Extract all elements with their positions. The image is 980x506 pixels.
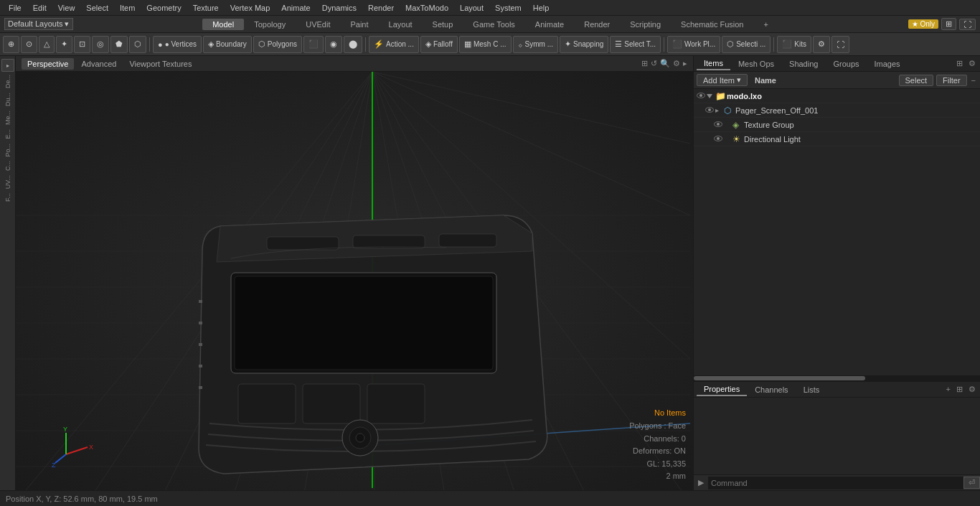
tab-plus[interactable]: + — [754, 19, 778, 30]
expand-pager[interactable]: ▸ — [715, 106, 724, 114]
eye-icon-modo[interactable] — [697, 92, 707, 100]
eye-icon-pager[interactable] — [705, 106, 715, 114]
viewport[interactable]: Perspective Advanced Viewport Textures ⊞… — [16, 56, 693, 490]
add-item-btn[interactable]: Add Item ▾ — [697, 74, 748, 86]
mode2-btn[interactable]: ◉ — [325, 36, 342, 53]
tab-setup[interactable]: Setup — [423, 19, 463, 30]
item-row-modo-lxo[interactable]: 📁 modo.lxo — [694, 89, 980, 103]
transform-tool-btn[interactable]: ⊕ — [3, 36, 19, 53]
eye-icon-light[interactable] — [714, 135, 724, 143]
render2-btn[interactable]: ⛶ — [831, 36, 849, 53]
menu-view[interactable]: View — [52, 2, 81, 14]
action2-btn[interactable]: ✦ — [56, 36, 72, 53]
mode3-btn[interactable]: ⬤ — [344, 36, 362, 53]
sidebar-label-default[interactable]: De... — [4, 73, 11, 90]
menu-render[interactable]: Render — [362, 2, 400, 14]
sidebar-label-e[interactable]: E... — [4, 128, 11, 141]
eye-icon-texture[interactable] — [714, 121, 724, 128]
props-tab-channels[interactable]: Channels — [748, 384, 795, 395]
vp-zoom-icon[interactable]: 🔍 — [660, 59, 670, 68]
workplane-btn[interactable]: ⬛ Work Pl... — [667, 36, 720, 53]
vp-rotate-icon[interactable]: ↺ — [651, 59, 657, 68]
vp-settings-icon[interactable]: ⚙ — [673, 59, 680, 68]
tab-schematic[interactable]: Schematic Fusion — [671, 19, 753, 30]
render1-btn[interactable]: ⚙ — [813, 36, 830, 53]
props-expand-icon[interactable]: ⊞ — [955, 383, 964, 395]
rotate-btn[interactable]: ◎ — [92, 36, 109, 53]
tab-gametools[interactable]: Game Tools — [463, 19, 525, 30]
scrollbar-thumb[interactable] — [694, 376, 865, 380]
item-row-pager[interactable]: ▸ ⬡ Pager_Screen_Off_001 — [694, 103, 980, 118]
sidebar-btn-1[interactable]: ▸ — [1, 59, 14, 72]
items-settings-icon[interactable]: ⚙ — [967, 57, 977, 70]
tab-layout[interactable]: Layout — [379, 19, 423, 30]
mesh-tool-btn[interactable]: ▦ Mesh C ... — [459, 36, 512, 53]
action-tool-btn[interactable]: ⚡ Action ... — [369, 36, 419, 53]
items-tab-groups[interactable]: Groups — [826, 58, 866, 70]
items-minus-icon[interactable]: − — [970, 75, 977, 86]
menu-system[interactable]: System — [489, 2, 527, 14]
command-enter-btn[interactable]: ⏎ — [963, 477, 980, 489]
tab-animate[interactable]: Animate — [525, 19, 574, 30]
sidebar-label-uv[interactable]: UV... — [4, 174, 11, 190]
layouts-dropdown[interactable]: Default Layouts ▾ — [4, 18, 73, 30]
menu-item[interactable]: Item — [114, 2, 141, 14]
boundary-btn[interactable]: ◈ Boundary — [203, 36, 252, 53]
props-plus-icon[interactable]: + — [945, 383, 952, 395]
menu-vertexmap[interactable]: Vertex Map — [225, 2, 276, 14]
scale-btn[interactable]: ⬟ — [110, 36, 128, 53]
sidebar-label-poly[interactable]: Po... — [4, 142, 11, 159]
items-tab-meshops[interactable]: Mesh Ops — [731, 58, 781, 70]
sidebar-label-f[interactable]: F... — [4, 192, 11, 203]
expand-icon-btn[interactable]: ⛶ — [959, 19, 976, 30]
tab-uvedit[interactable]: UVEdit — [296, 19, 340, 30]
vp-tab-advanced[interactable]: Advanced — [75, 58, 122, 70]
menu-maxtomodo[interactable]: MaxToModo — [400, 2, 454, 14]
vp-tab-textures[interactable]: Viewport Textures — [123, 58, 197, 70]
tab-scripting[interactable]: Scripting — [620, 19, 671, 30]
vp-grid-icon[interactable]: ⊞ — [641, 59, 648, 68]
tab-topology[interactable]: Topology — [244, 19, 296, 30]
props-tab-properties[interactable]: Properties — [697, 383, 747, 396]
menu-texture[interactable]: Texture — [187, 2, 225, 14]
props-settings-icon[interactable]: ⚙ — [967, 383, 977, 395]
tab-model[interactable]: Model — [202, 19, 244, 30]
menu-geometry[interactable]: Geometry — [141, 2, 187, 14]
selection-btn[interactable]: ⬡ Selecti ... — [722, 36, 771, 53]
sidebar-label-c[interactable]: C... — [4, 159, 11, 172]
grid-icon-btn[interactable]: ⊞ — [941, 18, 956, 30]
item-row-texture[interactable]: ◈ Texture Group — [694, 118, 980, 132]
tab-paint[interactable]: Paint — [340, 19, 378, 30]
poly-btn[interactable]: ⬡ — [129, 36, 146, 53]
sidebar-label-mesh[interactable]: Me... — [4, 109, 11, 126]
snapping-tool-btn[interactable]: ✦ Snapping — [560, 36, 608, 53]
vp-play-icon[interactable]: ▸ — [683, 59, 687, 68]
items-tab-images[interactable]: Images — [867, 58, 908, 70]
menu-select[interactable]: Select — [80, 2, 114, 14]
select-mode-btn[interactable]: ⊙ — [21, 36, 37, 53]
vp-tab-perspective[interactable]: Perspective — [22, 58, 74, 70]
polygons-btn[interactable]: ⬡ Polygons — [253, 36, 302, 53]
expand-modo[interactable] — [707, 92, 715, 100]
viewport-canvas[interactable]: No Items Polygons : Face Channels: 0 Def… — [16, 72, 693, 490]
symmetry-tool-btn[interactable]: ⬦ Symm ... — [513, 36, 558, 53]
menu-animate[interactable]: Animate — [275, 2, 316, 14]
kits-btn[interactable]: ⬛ Kits — [777, 36, 811, 53]
menu-layout[interactable]: Layout — [454, 2, 489, 14]
items-tab-items[interactable]: Items — [697, 57, 730, 70]
menu-file[interactable]: File — [3, 2, 27, 14]
vertices-btn[interactable]: ● ● Vertices — [153, 36, 202, 53]
props-tab-lists[interactable]: Lists — [796, 384, 827, 395]
falloff-tool-btn[interactable]: ◈ Falloff — [420, 36, 458, 53]
menu-edit[interactable]: Edit — [27, 2, 52, 14]
items-expand-icon[interactable]: ⊞ — [955, 57, 964, 70]
items-scrollbar[interactable] — [694, 375, 980, 381]
menu-dynamics[interactable]: Dynamics — [316, 2, 362, 14]
filter-btn[interactable]: Filter — [936, 75, 966, 86]
box-select-btn[interactable]: ⊡ — [74, 36, 90, 53]
menu-help[interactable]: Help — [527, 2, 555, 14]
selecttool-btn[interactable]: ☰ Select T... — [610, 36, 661, 53]
command-input[interactable] — [708, 477, 963, 489]
tab-render[interactable]: Render — [574, 19, 620, 30]
mode1-btn[interactable]: ⬛ — [303, 36, 324, 53]
